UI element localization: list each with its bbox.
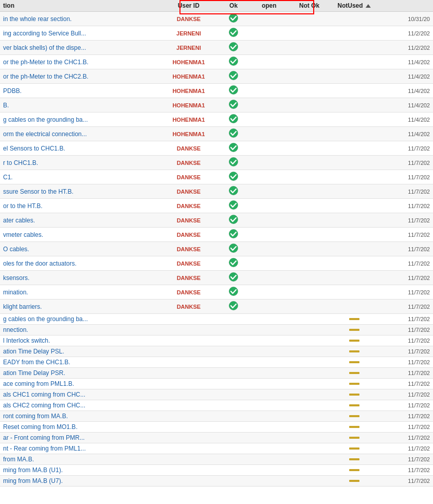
cell-open [250, 285, 287, 300]
table-row: C1.DANKSE11/7/202 [0, 170, 433, 184]
cell-date: 11/7/202 [377, 422, 433, 433]
cell-notok [287, 213, 331, 228]
check-icon [229, 161, 238, 168]
cell-notok [287, 69, 331, 84]
cell-date: 11/7/202 [377, 325, 433, 335]
cell-date: 11/7/202 [377, 379, 433, 389]
check-icon [229, 103, 238, 110]
cell-notok [287, 26, 331, 41]
cell-userid: JERNENI [161, 26, 217, 41]
col-header-open: open [250, 0, 287, 12]
cell-open [250, 476, 287, 487]
cell-notok [287, 127, 331, 141]
col-header-userid: User ID [161, 0, 217, 12]
cell-notok [287, 141, 331, 156]
cell-notok [287, 314, 331, 325]
cell-ok [217, 389, 250, 400]
cell-open [250, 55, 287, 69]
svg-rect-31 [349, 415, 359, 417]
cell-open [250, 170, 287, 184]
cell-ok [217, 357, 250, 368]
cell-date: 11/7/202 [377, 389, 433, 400]
cell-notok [287, 400, 331, 411]
cell-description: O cables. [0, 242, 161, 256]
cell-ok [217, 141, 250, 156]
table-row: klight barriers.DANKSE11/7/202 [0, 300, 433, 314]
cell-date: 11/7/202 [377, 465, 433, 476]
table-row: als CHC2 coming from CHC...11/7/202 [0, 400, 433, 411]
cell-notused [331, 346, 377, 357]
check-icon [229, 175, 238, 182]
cell-open [250, 98, 287, 113]
dash-icon [349, 348, 360, 355]
cell-notused [331, 422, 377, 433]
svg-rect-27 [349, 372, 359, 374]
cell-open [250, 454, 287, 465]
cell-ok [217, 411, 250, 422]
table-row: ing according to Service Bull...JERNENI1… [0, 26, 433, 41]
cell-ok [217, 476, 250, 487]
dash-icon [349, 369, 360, 377]
cell-notok [287, 335, 331, 346]
cell-date: 11/7/202 [377, 141, 433, 156]
cell-notused [331, 256, 377, 271]
table-row: or the ph-Meter to the CHC2.B.HOHENMA111… [0, 69, 433, 84]
cell-description: or the ph-Meter to the CHC2.B. [0, 69, 161, 84]
cell-notok [287, 411, 331, 422]
cell-notok [287, 285, 331, 300]
cell-ok [217, 26, 250, 41]
table-row: el Sensors to CHC1.B.DANKSE11/7/202 [0, 141, 433, 156]
check-icon [229, 146, 238, 154]
cell-date: 11/7/202 [377, 411, 433, 422]
cell-description: g cables on the grounding ba... [0, 113, 161, 127]
cell-date: 11/7/202 [377, 213, 433, 228]
cell-userid: HOHENMA1 [161, 84, 217, 98]
table-row: ace coming from PML1.B.11/7/202 [0, 379, 433, 389]
cell-ok [217, 368, 250, 379]
dash-icon [349, 359, 360, 366]
cell-ok [217, 325, 250, 335]
cell-notused [331, 368, 377, 379]
cell-description: ver black shells) of the dispe... [0, 41, 161, 55]
cell-userid: DANKSE [161, 12, 217, 26]
cell-date: 11/7/202 [377, 170, 433, 184]
cell-notused [331, 113, 377, 127]
check-icon [229, 305, 238, 312]
cell-description: C1. [0, 170, 161, 184]
cell-ok [217, 314, 250, 325]
cell-open [250, 12, 287, 26]
cell-notused [331, 98, 377, 113]
dash-icon [349, 466, 360, 474]
cell-ok [217, 69, 250, 84]
cell-userid [161, 368, 217, 379]
table-row: l Interlock switch.11/7/202 [0, 335, 433, 346]
cell-date: 11/4/202 [377, 113, 433, 127]
cell-description: el Sensors to CHC1.B. [0, 141, 161, 156]
table-row: oles for the door actuators.DANKSE11/7/2… [0, 256, 433, 271]
cell-date: 11/7/202 [377, 346, 433, 357]
cell-notused [331, 69, 377, 84]
sort-arrow-icon[interactable] [366, 4, 371, 8]
cell-notok [287, 170, 331, 184]
dash-icon [349, 456, 360, 463]
cell-description: ssure Sensor to the HT.B. [0, 184, 161, 199]
cell-userid: HOHENMA1 [161, 98, 217, 113]
cell-userid [161, 443, 217, 454]
check-icon [229, 89, 238, 96]
table-row: EADY from the CHC1.B.11/7/202 [0, 357, 433, 368]
cell-notused [331, 156, 377, 170]
svg-rect-37 [349, 480, 359, 482]
cell-userid: DANKSE [161, 199, 217, 213]
cell-description: nnection. [0, 325, 161, 335]
table-row: ver black shells) of the dispe...JERNENI… [0, 41, 433, 55]
cell-date: 11/7/202 [377, 199, 433, 213]
cell-userid [161, 465, 217, 476]
svg-rect-25 [349, 350, 359, 352]
cell-notok [287, 55, 331, 69]
cell-open [250, 325, 287, 335]
cell-notok [287, 443, 331, 454]
cell-notok [287, 41, 331, 55]
table-row: ssure Sensor to the HT.B.DANKSE11/7/202 [0, 184, 433, 199]
cell-notok [287, 271, 331, 285]
check-icon [229, 247, 238, 254]
